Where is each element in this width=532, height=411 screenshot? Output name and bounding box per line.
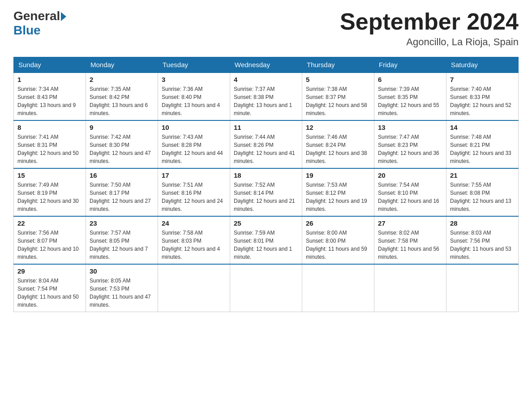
- day-number: 10: [162, 124, 226, 131]
- day-info: Sunrise: 7:39 AM Sunset: 8:35 PM Dayligh…: [378, 85, 442, 117]
- logo-blue-text: Blue: [13, 23, 41, 38]
- col-saturday: Saturday: [446, 57, 519, 73]
- day-info: Sunrise: 8:00 AM Sunset: 8:00 PM Dayligh…: [306, 229, 370, 261]
- table-row: 21 Sunrise: 7:55 AM Sunset: 8:08 PM Dayl…: [446, 168, 519, 216]
- day-info: Sunrise: 7:49 AM Sunset: 8:19 PM Dayligh…: [17, 181, 82, 213]
- day-info: Sunrise: 7:51 AM Sunset: 8:16 PM Dayligh…: [162, 181, 226, 213]
- day-info: Sunrise: 8:03 AM Sunset: 7:56 PM Dayligh…: [450, 229, 515, 261]
- col-monday: Monday: [86, 57, 158, 73]
- day-number: 28: [450, 219, 515, 227]
- location-text: Agoncillo, La Rioja, Spain: [340, 36, 519, 48]
- calendar-week-3: 15 Sunrise: 7:49 AM Sunset: 8:19 PM Dayl…: [14, 168, 519, 216]
- day-info: Sunrise: 7:48 AM Sunset: 8:21 PM Dayligh…: [450, 133, 515, 165]
- table-row: [158, 264, 230, 312]
- logo-general-text: General: [13, 9, 60, 23]
- day-number: 3: [162, 76, 226, 83]
- day-info: Sunrise: 7:34 AM Sunset: 8:43 PM Dayligh…: [17, 85, 82, 117]
- day-number: 19: [306, 171, 370, 179]
- day-info: Sunrise: 7:56 AM Sunset: 8:07 PM Dayligh…: [17, 229, 82, 261]
- day-info: Sunrise: 7:38 AM Sunset: 8:37 PM Dayligh…: [306, 85, 370, 117]
- day-number: 17: [162, 171, 226, 179]
- day-number: 9: [90, 124, 154, 131]
- col-sunday: Sunday: [14, 57, 86, 73]
- day-info: Sunrise: 7:36 AM Sunset: 8:40 PM Dayligh…: [162, 85, 226, 117]
- day-info: Sunrise: 7:50 AM Sunset: 8:17 PM Dayligh…: [90, 181, 154, 213]
- day-number: 27: [378, 219, 442, 227]
- col-wednesday: Wednesday: [230, 57, 302, 73]
- day-number: 13: [378, 124, 442, 131]
- day-info: Sunrise: 8:04 AM Sunset: 7:54 PM Dayligh…: [17, 277, 82, 309]
- month-title: September 2024: [340, 9, 519, 34]
- calendar-header-row: Sunday Monday Tuesday Wednesday Thursday…: [14, 57, 519, 73]
- day-info: Sunrise: 7:57 AM Sunset: 8:05 PM Dayligh…: [90, 229, 154, 261]
- day-info: Sunrise: 7:58 AM Sunset: 8:03 PM Dayligh…: [162, 229, 226, 261]
- table-row: 6 Sunrise: 7:39 AM Sunset: 8:35 PM Dayli…: [374, 73, 446, 120]
- table-row: 22 Sunrise: 7:56 AM Sunset: 8:07 PM Dayl…: [14, 216, 86, 264]
- table-row: 18 Sunrise: 7:52 AM Sunset: 8:14 PM Dayl…: [230, 168, 302, 216]
- day-info: Sunrise: 7:54 AM Sunset: 8:10 PM Dayligh…: [378, 181, 442, 213]
- table-row: 29 Sunrise: 8:04 AM Sunset: 7:54 PM Dayl…: [14, 264, 86, 312]
- table-row: 10 Sunrise: 7:43 AM Sunset: 8:28 PM Dayl…: [158, 120, 230, 168]
- day-info: Sunrise: 7:37 AM Sunset: 8:38 PM Dayligh…: [234, 85, 298, 117]
- table-row: 15 Sunrise: 7:49 AM Sunset: 8:19 PM Dayl…: [14, 168, 86, 216]
- day-info: Sunrise: 7:40 AM Sunset: 8:33 PM Dayligh…: [450, 85, 515, 117]
- table-row: 17 Sunrise: 7:51 AM Sunset: 8:16 PM Dayl…: [158, 168, 230, 216]
- table-row: 5 Sunrise: 7:38 AM Sunset: 8:37 PM Dayli…: [302, 73, 374, 120]
- day-info: Sunrise: 7:52 AM Sunset: 8:14 PM Dayligh…: [234, 181, 298, 213]
- day-number: 20: [378, 171, 442, 179]
- day-number: 22: [17, 219, 82, 227]
- day-info: Sunrise: 7:42 AM Sunset: 8:30 PM Dayligh…: [90, 133, 154, 165]
- logo-arrow-icon: [61, 12, 66, 21]
- page-header: General Blue September 2024 Agoncillo, L…: [13, 9, 519, 48]
- day-info: Sunrise: 7:47 AM Sunset: 8:23 PM Dayligh…: [378, 133, 442, 165]
- table-row: 28 Sunrise: 8:03 AM Sunset: 7:56 PM Dayl…: [446, 216, 519, 264]
- table-row: [230, 264, 302, 312]
- table-row: 27 Sunrise: 8:02 AM Sunset: 7:58 PM Dayl…: [374, 216, 446, 264]
- table-row: 13 Sunrise: 7:47 AM Sunset: 8:23 PM Dayl…: [374, 120, 446, 168]
- calendar-week-1: 1 Sunrise: 7:34 AM Sunset: 8:43 PM Dayli…: [14, 73, 519, 120]
- table-row: [446, 264, 519, 312]
- day-number: 29: [17, 267, 82, 275]
- day-number: 14: [450, 124, 515, 131]
- title-section: September 2024 Agoncillo, La Rioja, Spai…: [340, 9, 519, 48]
- day-number: 30: [90, 267, 154, 275]
- table-row: 3 Sunrise: 7:36 AM Sunset: 8:40 PM Dayli…: [158, 73, 230, 120]
- table-row: [374, 264, 446, 312]
- calendar-week-4: 22 Sunrise: 7:56 AM Sunset: 8:07 PM Dayl…: [14, 216, 519, 264]
- day-number: 11: [234, 124, 298, 131]
- calendar-week-2: 8 Sunrise: 7:41 AM Sunset: 8:31 PM Dayli…: [14, 120, 519, 168]
- day-number: 23: [90, 219, 154, 227]
- day-number: 6: [378, 76, 442, 83]
- day-info: Sunrise: 8:02 AM Sunset: 7:58 PM Dayligh…: [378, 229, 442, 261]
- table-row: [302, 264, 374, 312]
- col-tuesday: Tuesday: [158, 57, 230, 73]
- day-info: Sunrise: 7:41 AM Sunset: 8:31 PM Dayligh…: [17, 133, 82, 165]
- day-number: 1: [17, 76, 82, 83]
- day-number: 18: [234, 171, 298, 179]
- col-friday: Friday: [374, 57, 446, 73]
- table-row: 16 Sunrise: 7:50 AM Sunset: 8:17 PM Dayl…: [86, 168, 158, 216]
- day-info: Sunrise: 7:53 AM Sunset: 8:12 PM Dayligh…: [306, 181, 370, 213]
- table-row: 19 Sunrise: 7:53 AM Sunset: 8:12 PM Dayl…: [302, 168, 374, 216]
- day-info: Sunrise: 7:55 AM Sunset: 8:08 PM Dayligh…: [450, 181, 515, 213]
- day-number: 25: [234, 219, 298, 227]
- day-number: 2: [90, 76, 154, 83]
- day-number: 26: [306, 219, 370, 227]
- day-number: 15: [17, 171, 82, 179]
- day-info: Sunrise: 7:59 AM Sunset: 8:01 PM Dayligh…: [234, 229, 298, 261]
- day-info: Sunrise: 7:46 AM Sunset: 8:24 PM Dayligh…: [306, 133, 370, 165]
- day-number: 5: [306, 76, 370, 83]
- day-number: 21: [450, 171, 515, 179]
- day-number: 24: [162, 219, 226, 227]
- table-row: 26 Sunrise: 8:00 AM Sunset: 8:00 PM Dayl…: [302, 216, 374, 264]
- day-info: Sunrise: 8:05 AM Sunset: 7:53 PM Dayligh…: [90, 277, 154, 309]
- day-number: 4: [234, 76, 298, 83]
- table-row: 30 Sunrise: 8:05 AM Sunset: 7:53 PM Dayl…: [86, 264, 158, 312]
- table-row: 12 Sunrise: 7:46 AM Sunset: 8:24 PM Dayl…: [302, 120, 374, 168]
- table-row: 14 Sunrise: 7:48 AM Sunset: 8:21 PM Dayl…: [446, 120, 519, 168]
- calendar-table: Sunday Monday Tuesday Wednesday Thursday…: [13, 57, 519, 312]
- day-number: 16: [90, 171, 154, 179]
- day-number: 8: [17, 124, 82, 131]
- table-row: 7 Sunrise: 7:40 AM Sunset: 8:33 PM Dayli…: [446, 73, 519, 120]
- table-row: 23 Sunrise: 7:57 AM Sunset: 8:05 PM Dayl…: [86, 216, 158, 264]
